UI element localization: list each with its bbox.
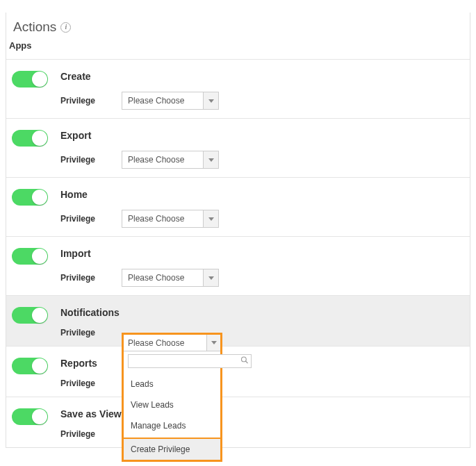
privilege-row: Privilege Please Choose — [60, 151, 470, 169]
search-wrap — [128, 354, 252, 368]
action-row-home: Home Privilege Please Choose — [6, 177, 470, 236]
toggle-knob — [32, 131, 47, 146]
dropdown-search-input[interactable] — [128, 354, 252, 368]
svg-line-1 — [246, 361, 248, 363]
action-content: Import Privilege Please Choose — [60, 248, 470, 287]
chevron-down-icon — [203, 92, 218, 109]
privilege-dropdown-panel: Please Choose Leads — [122, 333, 222, 462]
privilege-select-import[interactable]: Please Choose — [122, 269, 219, 287]
privilege-row: Privilege Please Choose — [60, 269, 470, 287]
privilege-label: Privilege — [60, 328, 99, 338]
action-content: Notifications Privilege Please Choose — [60, 307, 470, 338]
select-value: Please Choose — [122, 273, 203, 283]
action-row-save-as-view: Save as View Privilege — [6, 397, 470, 447]
action-title-import: Import — [60, 248, 470, 259]
dropdown-option-create-privilege[interactable]: Create Privilege — [122, 438, 222, 461]
dropdown-search-row — [124, 351, 220, 371]
section-title: Actions — [13, 19, 56, 35]
privilege-label: Privilege — [60, 273, 99, 283]
toggle-knob — [32, 249, 47, 264]
action-content: Home Privilege Please Choose — [60, 189, 470, 228]
toggle-knob — [32, 358, 47, 374]
privilege-select-export[interactable]: Please Choose — [122, 151, 219, 169]
privilege-label: Privilege — [60, 429, 99, 439]
action-row-notifications: Notifications Privilege Please Choose — [6, 295, 470, 346]
search-icon — [240, 356, 249, 367]
select-value: Please Choose — [122, 96, 203, 106]
chevron-down-icon — [203, 210, 218, 227]
select-value: Please Choose — [122, 155, 203, 165]
privilege-row: Privilege Please Choose — [60, 328, 470, 338]
toggle-save-as-view[interactable] — [12, 408, 48, 425]
privilege-select-create[interactable]: Please Choose — [122, 92, 219, 110]
privilege-row: Privilege Please Choose — [60, 92, 470, 110]
action-title-create: Create — [60, 71, 470, 82]
toggle-create[interactable] — [12, 71, 48, 88]
toggle-home[interactable] — [12, 189, 48, 206]
action-title-notifications: Notifications — [60, 307, 470, 318]
privilege-row: Privilege Please Choose — [60, 210, 470, 228]
action-row-import: Import Privilege Please Choose — [6, 236, 470, 295]
privilege-select-notifications[interactable]: Please Choose — [124, 335, 220, 351]
select-value: Please Choose — [122, 214, 203, 224]
subsection-title: Apps — [9, 40, 470, 59]
chevron-down-icon — [203, 151, 218, 168]
action-content: Create Privilege Please Choose — [60, 71, 470, 110]
privilege-label: Privilege — [60, 214, 99, 224]
toggle-knob — [32, 308, 47, 323]
section-header: Actions i — [13, 13, 470, 40]
action-content: Export Privilege Please Choose — [60, 130, 470, 169]
privilege-label: Privilege — [60, 155, 99, 165]
dropdown-option-manage-leads[interactable]: Manage Leads — [124, 415, 220, 436]
dropdown-options: Leads View Leads Manage Leads Create Pri… — [124, 371, 220, 461]
action-title-home: Home — [60, 189, 470, 200]
toggle-import[interactable] — [12, 248, 48, 265]
select-value: Please Choose — [124, 338, 206, 348]
actions-panel: Actions i Apps Create Privilege Please C… — [6, 13, 470, 448]
action-row-reports: Reports Privilege — [6, 346, 470, 397]
svg-point-0 — [242, 357, 247, 362]
toggle-knob — [32, 72, 47, 87]
action-row-export: Export Privilege Please Choose — [6, 118, 470, 177]
action-title-export: Export — [60, 130, 470, 141]
chevron-down-icon — [206, 335, 220, 351]
toggle-reports[interactable] — [12, 358, 48, 374]
dropdown-option-leads[interactable]: Leads — [124, 374, 220, 394]
toggle-notifications[interactable] — [12, 307, 48, 324]
chevron-down-icon — [203, 269, 218, 286]
toggle-knob — [32, 190, 47, 205]
info-icon[interactable]: i — [60, 22, 71, 33]
privilege-select-home[interactable]: Please Choose — [122, 210, 219, 228]
privilege-label: Privilege — [60, 96, 99, 106]
dropdown-option-view-leads[interactable]: View Leads — [124, 394, 220, 415]
toggle-export[interactable] — [12, 130, 48, 147]
privilege-label: Privilege — [60, 378, 99, 388]
action-row-create: Create Privilege Please Choose — [6, 59, 470, 118]
toggle-knob — [32, 409, 47, 424]
